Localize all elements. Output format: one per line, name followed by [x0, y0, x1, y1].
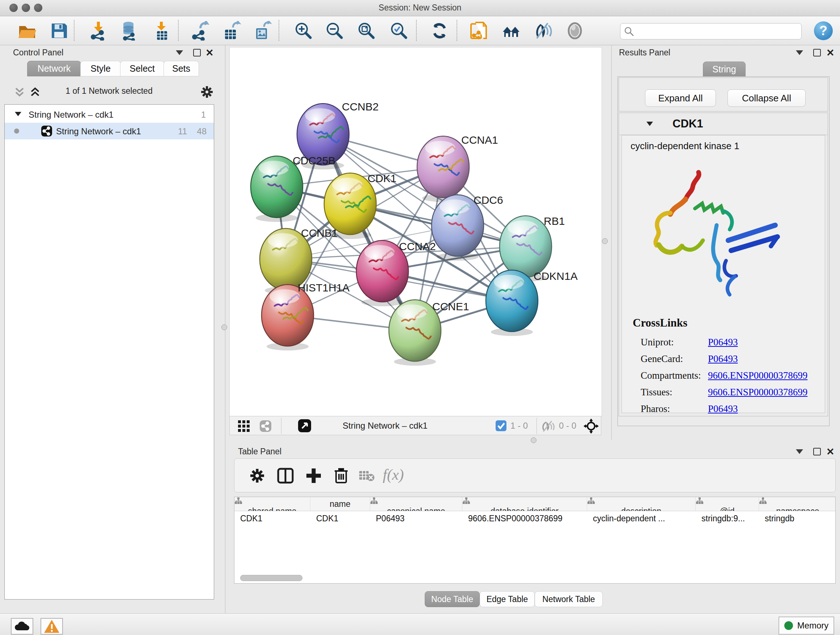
crosslink-link[interactable]: 9606.ENSP00000378699 — [708, 386, 807, 398]
results-panel-float-icon[interactable] — [813, 49, 821, 57]
home-icon[interactable] — [501, 21, 521, 41]
birdseye-view-icon[interactable] — [298, 419, 311, 432]
node-label-CCNB1: CCNB1 — [301, 227, 338, 239]
column-header-description[interactable]: description — [587, 497, 696, 511]
column-header-canonical-name[interactable]: canonical name — [370, 497, 462, 511]
crosslink-label: GeneCard: — [641, 353, 683, 364]
export-image-icon[interactable] — [253, 21, 273, 41]
node-label-CDKN1A: CDKN1A — [534, 270, 578, 282]
zoom-in-icon[interactable] — [294, 21, 313, 41]
preview-orb-icon[interactable] — [565, 21, 584, 41]
zoom-selected-icon[interactable] — [389, 21, 409, 41]
results-panel-collapse-icon[interactable] — [796, 50, 803, 55]
import-network-icon[interactable] — [89, 21, 109, 41]
network-graph-svg[interactable]: CCNB2CCNA1CDC25BCDK1CDC6RB1CCNB1CCNA2CDK… — [230, 48, 601, 415]
export-table-icon[interactable] — [222, 21, 242, 41]
results-panel-close-icon[interactable]: ✕ — [826, 49, 835, 57]
pan-crosshair-icon[interactable] — [584, 418, 599, 434]
zoom-fit-icon[interactable] — [357, 21, 376, 41]
left-splitter-handle[interactable] — [221, 325, 227, 330]
tab-select[interactable]: Select — [120, 61, 164, 76]
delete-table-icon[interactable] — [359, 470, 375, 482]
table-panel-collapse-icon[interactable] — [796, 449, 803, 454]
table-row[interactable]: CDK1CDK1P064939606.ENSP00000378699cyclin… — [234, 511, 835, 527]
column-header-name[interactable]: name — [310, 497, 370, 511]
crosslink-label: Compartments: — [641, 370, 701, 381]
network-collection-row[interactable]: String Network – cdk1 1 — [5, 106, 214, 123]
node-label-CDC25B: CDC25B — [293, 155, 335, 166]
open-session-icon[interactable] — [17, 21, 37, 41]
control-panel-float-icon[interactable] — [193, 49, 201, 57]
function-builder-icon[interactable]: f(x) — [383, 466, 404, 483]
protein-entry-content: cyclin-dependent kinase 1 — [622, 135, 825, 413]
search-input[interactable] — [637, 25, 798, 37]
column-header-namespace[interactable]: namespace — [759, 497, 836, 511]
right-splitter-handle[interactable] — [602, 238, 608, 244]
refresh-layout-icon[interactable] — [430, 21, 449, 41]
zoom-out-icon[interactable] — [325, 21, 344, 41]
tab-string[interactable]: String — [703, 62, 745, 77]
grid-view-icon[interactable] — [238, 420, 250, 432]
node-table: shared namenamecanonical namedatabase id… — [234, 497, 836, 584]
node-HIST1H1A[interactable]: HIST1H1A — [262, 282, 349, 350]
network-icon-gray[interactable] — [259, 420, 272, 432]
add-column-icon[interactable] — [305, 467, 322, 484]
warning-status-button[interactable] — [41, 618, 63, 635]
table-panel-close-icon[interactable]: ✕ — [826, 448, 835, 455]
import-database-icon[interactable] — [119, 21, 139, 41]
cloud-icon — [12, 619, 32, 633]
column-header-label: canonical name — [387, 507, 445, 511]
collapse-all-button[interactable]: Collapse All — [728, 89, 806, 107]
network-row-selected[interactable]: String Network – cdk1 11 48 — [5, 123, 214, 139]
collection-expand-icon[interactable] — [15, 112, 21, 116]
cloud-status-button[interactable] — [11, 618, 33, 635]
node-CDC25B[interactable]: CDC25B — [251, 155, 335, 222]
results-panel-title: Results Panel — [619, 48, 670, 57]
expand-all-button[interactable]: Expand All — [645, 89, 716, 107]
window-title: Session: New Session — [0, 3, 840, 13]
selected-nodes-checkbox[interactable] — [496, 420, 507, 431]
network-options-gear-icon[interactable] — [200, 85, 214, 99]
tab-node-table[interactable]: Node Table — [425, 591, 480, 607]
hidden-items-eye-icon[interactable] — [542, 420, 554, 432]
protein-entry-header[interactable]: CDK1 — [619, 113, 828, 135]
crosslink-link[interactable]: P06493 — [708, 353, 738, 364]
control-panel-close-icon[interactable]: ✕ — [205, 49, 214, 57]
network-view-canvas[interactable]: CCNB2CCNA1CDC25BCDK1CDC6RB1CCNB1CCNA2CDK… — [229, 47, 602, 416]
table-horizontal-scrollbar[interactable] — [240, 575, 302, 581]
network-selection-status: 1 of 1 Network selected — [4, 86, 214, 96]
tab-style[interactable]: Style — [80, 61, 121, 76]
control-panel-collapse-icon[interactable] — [176, 50, 183, 55]
delete-column-icon[interactable] — [333, 467, 349, 484]
help-button[interactable]: ? — [814, 21, 833, 40]
show-columns-icon[interactable] — [277, 467, 294, 484]
crosslink-link[interactable]: P06493 — [708, 337, 738, 348]
toolbar-search — [620, 23, 802, 40]
import-table-icon[interactable] — [152, 21, 172, 41]
table-panel-float-icon[interactable] — [813, 448, 821, 455]
memory-button[interactable]: Memory — [778, 616, 834, 635]
tab-network[interactable]: Network — [27, 61, 81, 76]
table-cell: cyclin-dependent ... — [587, 511, 696, 527]
tab-sets[interactable]: Sets — [164, 61, 199, 76]
entry-expand-icon[interactable] — [646, 122, 653, 126]
crosslink-link[interactable]: P06493 — [708, 403, 738, 415]
tab-edge-table[interactable]: Edge Table — [480, 591, 535, 607]
crosslink-label: Pharos: — [641, 403, 670, 415]
bottom-splitter-handle[interactable] — [531, 437, 537, 443]
node-CCNA2[interactable]: CCNA2 — [356, 241, 436, 306]
save-session-icon[interactable] — [49, 21, 69, 41]
node-CCNA1[interactable]: CCNA1 — [417, 134, 498, 202]
table-options-gear-icon[interactable] — [249, 467, 265, 484]
column-header-shared-name[interactable]: shared name — [234, 497, 310, 511]
column-header-@id[interactable]: @id — [696, 497, 759, 511]
node-label-CCNA1: CCNA1 — [461, 134, 498, 146]
show-hide-graphics-icon[interactable] — [533, 21, 553, 41]
current-network-dot-icon — [14, 128, 19, 134]
crosslink-link[interactable]: 9606.ENSP00000378699 — [708, 370, 807, 381]
export-network-icon[interactable] — [191, 21, 210, 41]
open-network-file-icon[interactable] — [469, 21, 488, 41]
tab-network-table[interactable]: Network Table — [535, 591, 603, 607]
node-CCNE1[interactable]: CCNE1 — [389, 300, 469, 366]
column-header-database-identifier[interactable]: database identifier — [462, 497, 587, 511]
